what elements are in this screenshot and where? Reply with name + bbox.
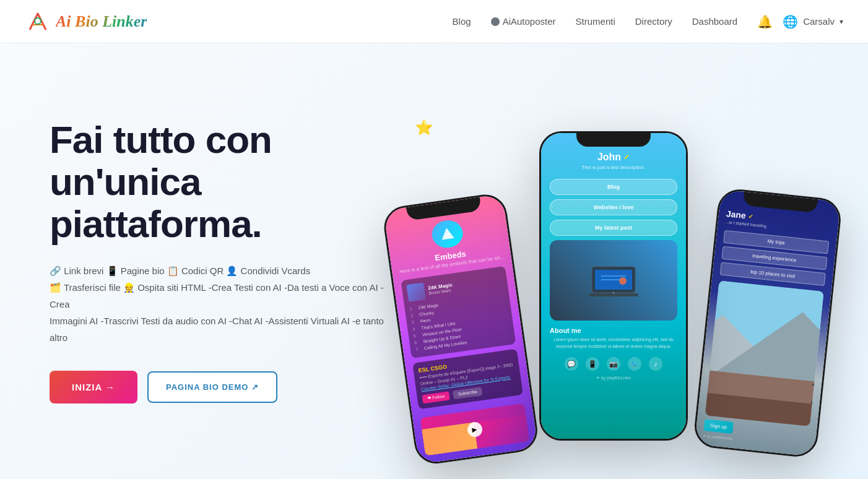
svg-point-5 xyxy=(612,291,615,294)
logo-text: Ai Bio Linker xyxy=(56,12,147,31)
center-image xyxy=(550,240,677,321)
hero-phones: ⭐ Embeds Here is a test of all the embed… xyxy=(396,82,831,441)
social-instagram[interactable]: 📷 xyxy=(607,357,620,371)
center-footer: ✦ by playBioLinks xyxy=(596,376,631,381)
subscribe-button[interactable]: Subscribe xyxy=(453,387,483,399)
center-desc: This is just a test description. xyxy=(582,165,646,170)
verified-icon: ✓ xyxy=(623,153,630,162)
social-messenger[interactable]: 📱 xyxy=(586,357,599,371)
video-card: ▶ xyxy=(420,403,530,456)
bell-icon[interactable]: 🔔 xyxy=(757,14,773,29)
phone-right: Jane ✓ ...w I started traveling My trips… xyxy=(693,188,843,459)
svg-line-16 xyxy=(812,384,823,386)
features-line1: 🔗 Link brevi 📱 Pagine bio 📋 Codici QR 👤 … xyxy=(50,262,396,279)
phone-left: Embeds Here is a test of all the embeds … xyxy=(381,192,540,467)
music-thumbnail xyxy=(406,283,426,303)
nav-strumenti[interactable]: Strumenti xyxy=(576,16,615,27)
svg-point-0 xyxy=(35,18,41,24)
about-title: About me xyxy=(550,327,581,334)
svg-marker-1 xyxy=(440,227,454,240)
phone-frame-right: Jane ✓ ...w I started traveling My trips… xyxy=(693,188,843,459)
center-btn-3[interactable]: My latest post xyxy=(550,220,677,236)
features-line3: Immagini AI -Trascrivi Testi da audio co… xyxy=(50,313,396,346)
user-menu[interactable]: 🌐 Carsalv ▾ xyxy=(783,14,843,29)
right-footer: ✦ by playBioLinks xyxy=(703,433,808,449)
nav-dashboard[interactable]: Dashboard xyxy=(692,16,737,27)
phone-center: John ✓ This is just a test description. … xyxy=(539,131,688,441)
center-btn-2[interactable]: Websites I love xyxy=(550,199,677,215)
navbar-actions: 🔔 🌐 Carsalv ▾ xyxy=(757,14,843,29)
demo-button[interactable]: PAGINA BIO DEMO ↗ xyxy=(147,371,277,403)
nav-menu: Blog AiAutoposter Strumenti Directory Da… xyxy=(453,16,738,27)
nav-directory[interactable]: Directory xyxy=(635,16,672,27)
phone-frame-center: John ✓ This is just a test description. … xyxy=(539,131,688,441)
game-card: ESL CSGO ••••• Esports de eSquare [Espor… xyxy=(412,349,523,410)
left-avatar xyxy=(430,218,465,250)
nav-aiautoposter[interactable]: AiAutoposter xyxy=(491,16,556,27)
autoposter-icon xyxy=(491,17,500,26)
features-line2: 🗂️ Trasferisci file 👷 Ospita siti HTML -… xyxy=(50,279,396,313)
globe-icon: 🌐 xyxy=(783,14,798,29)
chevron-down-icon: ▾ xyxy=(840,17,843,26)
user-name: Carsalv xyxy=(803,16,835,27)
svg-line-15 xyxy=(817,379,818,393)
signup-button[interactable]: Sign up xyxy=(703,419,734,434)
right-verified: ✓ xyxy=(748,212,753,220)
phone-frame-left: Embeds Here is a test of all the embeds … xyxy=(381,192,540,467)
svg-point-14 xyxy=(815,373,823,380)
svg-point-8 xyxy=(619,277,627,285)
hero-title: Fai tutto con un'unica piattaforma. xyxy=(50,119,396,246)
logo[interactable]: Ai Bio Linker xyxy=(25,9,147,35)
video-face-2 xyxy=(474,415,529,449)
nav-blog[interactable]: Blog xyxy=(453,16,471,27)
star-decoration: ⭐ xyxy=(415,119,433,136)
hero-features: 🔗 Link brevi 📱 Pagine bio 📋 Codici QR 👤 … xyxy=(50,262,396,346)
hero-content: Fai tutto con un'unica piattaforma. 🔗 Li… xyxy=(50,119,396,404)
center-btn-1[interactable]: Blog xyxy=(550,179,677,195)
social-row: 💬 📱 📷 🐦 ♪ xyxy=(565,357,662,371)
about-text: Lorem ipsum dolor sit amet, consectetur … xyxy=(550,337,677,350)
svg-line-18 xyxy=(816,393,822,405)
center-name: John ✓ xyxy=(597,152,630,163)
navbar: Ai Bio Linker Blog AiAutoposter Strument… xyxy=(0,0,868,43)
screen-left: Embeds Here is a test of all the embeds … xyxy=(383,194,538,464)
follow-button[interactable]: ❤ Follow xyxy=(422,391,450,403)
hero-buttons: INIZIA → PAGINA BIO DEMO ↗ xyxy=(50,371,396,403)
screen-center: John ✓ This is just a test description. … xyxy=(541,133,686,439)
hero-section: Fai tutto con un'unica piattaforma. 🔗 Li… xyxy=(0,43,868,479)
screen-right: Jane ✓ ...w I started traveling My trips… xyxy=(695,189,841,457)
social-twitter[interactable]: 🐦 xyxy=(628,357,641,371)
inizia-button[interactable]: INIZIA → xyxy=(50,371,137,403)
music-card: 24K Magic Bruno Mars 124K Magic 2Chunky … xyxy=(401,266,516,358)
mountain-image xyxy=(705,280,824,426)
social-tiktok[interactable]: ♪ xyxy=(649,357,662,371)
social-whatsapp[interactable]: 💬 xyxy=(565,357,578,371)
